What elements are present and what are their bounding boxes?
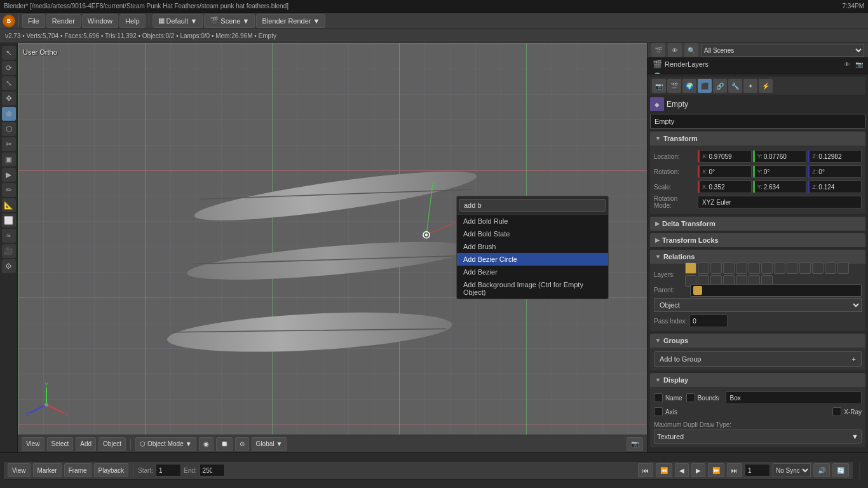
menu-item-brush[interactable]: Add Brush <box>457 240 608 253</box>
scale-x[interactable]: X: 0.352 <box>698 180 752 193</box>
play-next-btn[interactable]: ⏩ <box>708 463 724 477</box>
xray-checkbox[interactable]: X-Ray <box>832 407 862 416</box>
pivot-btn[interactable]: ◉ <box>199 437 214 451</box>
play-prev-btn[interactable]: ⏪ <box>656 463 672 477</box>
sync-mode-select[interactable]: No Sync <box>773 463 811 477</box>
menu-item-background-image[interactable]: Add Background Image (Ctrl for Empty Obj… <box>457 278 608 299</box>
location-z[interactable]: Z: 0.12982 <box>808 150 862 163</box>
transform-locks-header[interactable]: ▶ Transform Locks <box>650 233 865 247</box>
rotation-mode-field[interactable]: XYZ Euler <box>698 196 862 208</box>
tool-animation[interactable]: ▶ <box>2 168 16 182</box>
prop-btn-render[interactable]: 📷 <box>652 79 666 93</box>
renderlayers-render[interactable]: 📷 <box>855 61 863 68</box>
tool-loop[interactable]: ▣ <box>2 152 16 166</box>
outliner-item-renderlayers[interactable]: 🎬 RenderLayers 👁 📷 <box>648 58 868 71</box>
menu-help[interactable]: Help <box>119 14 146 28</box>
search-input[interactable] <box>459 199 606 212</box>
prop-btn-modifiers[interactable]: 🔧 <box>728 79 742 93</box>
blender-logo[interactable]: B <box>3 15 15 27</box>
add-to-group-button[interactable]: Add to Group + <box>654 351 862 367</box>
tool-extrude[interactable]: ⬡ <box>2 122 16 136</box>
bounds-checkbox[interactable]: Bounds <box>686 393 719 402</box>
tool-transform[interactable]: ✥ <box>2 92 16 105</box>
render-btn[interactable]: 📷 <box>627 437 643 451</box>
rotation-y[interactable]: Y: 0° <box>753 165 807 178</box>
parent-type-select[interactable]: Object <box>654 298 862 312</box>
tool-cloth[interactable]: ≈ <box>2 229 16 243</box>
timeline-ruler[interactable]: -40 -20 0 40 80 120 160 200 240 <box>859 462 860 480</box>
viewport-add-btn[interactable]: Add <box>76 437 96 451</box>
parent-box[interactable] <box>690 284 862 297</box>
object-name-input[interactable] <box>650 114 865 129</box>
display-header[interactable]: ▼ Display <box>650 373 865 387</box>
tl-view-btn[interactable]: View <box>8 463 31 477</box>
layer-3[interactable] <box>710 262 722 274</box>
layout-selector[interactable]: ▦ Default ▼ <box>153 14 203 28</box>
scale-y[interactable]: Y: 2.634 <box>753 180 807 193</box>
layer-2[interactable] <box>698 262 709 274</box>
proportional-btn[interactable]: ⊙ <box>235 437 249 451</box>
play-btn[interactable]: ▶ <box>691 463 705 477</box>
layer-10[interactable] <box>799 262 811 274</box>
tl-frame-btn[interactable]: Frame <box>64 463 92 477</box>
layer-5[interactable] <box>736 262 747 274</box>
menu-file[interactable]: File <box>22 14 45 28</box>
tool-misc[interactable]: ⚙ <box>2 259 16 273</box>
layer-4[interactable] <box>723 262 735 274</box>
viewport-select-btn[interactable]: Select <box>47 437 74 451</box>
tool-measure[interactable]: 📐 <box>2 198 16 212</box>
end-frame-input[interactable] <box>200 464 225 477</box>
menu-item-bold-rule[interactable]: Add Bold Rule <box>457 215 608 227</box>
renderlayers-visibility[interactable]: 👁 <box>844 61 850 68</box>
prop-btn-scene[interactable]: 🎬 <box>667 79 681 93</box>
scene-selector[interactable]: 🎬 Scene ▼ <box>204 14 255 28</box>
layer-6[interactable] <box>749 262 760 274</box>
transform-space-btn[interactable]: Global ▼ <box>252 437 287 451</box>
play-rev-btn[interactable]: ◀ <box>675 463 689 477</box>
outliner-scope-select[interactable]: All Scenes <box>701 44 864 57</box>
viewport[interactable]: Add Bold Rule Add Bold State Add Brush A… <box>18 43 647 452</box>
layer-9[interactable] <box>787 262 798 274</box>
panel-btn-scene[interactable]: 🎬 <box>651 43 665 57</box>
bounds-type-field[interactable]: Box <box>726 391 862 404</box>
tool-rotate[interactable]: ⟳ <box>2 61 16 75</box>
location-y[interactable]: Y: 0.07760 <box>753 150 807 163</box>
layer-7[interactable] <box>761 262 773 274</box>
prop-btn-object[interactable]: ⬛ <box>698 79 712 93</box>
viewport-object-btn[interactable]: Object <box>98 437 126 451</box>
object-mode-btn[interactable]: ⬡ Object Mode ▼ <box>135 437 196 451</box>
name-checkbox[interactable]: Name <box>654 393 682 402</box>
menu-window[interactable]: Window <box>82 14 118 28</box>
tool-rigidbody[interactable]: ⬜ <box>2 214 16 227</box>
render-engine[interactable]: Blender Render ▼ <box>256 14 325 28</box>
layer-12[interactable] <box>825 262 836 274</box>
panel-btn-view[interactable]: 👁 <box>668 43 682 57</box>
breadcrumb-object-icon[interactable]: ◆ <box>650 97 664 111</box>
viewport-view-btn[interactable]: View <box>22 437 44 451</box>
play-end-btn[interactable]: ⏭ <box>727 463 742 477</box>
panel-btn-search[interactable]: 🔍 <box>684 43 698 57</box>
menu-item-bezier-circle[interactable]: Add Bezier Circle <box>457 253 608 266</box>
dupli-select[interactable]: Textured ▼ <box>654 430 862 444</box>
scale-z[interactable]: Z: 0.124 <box>808 180 862 193</box>
tl-marker-btn[interactable]: Marker <box>33 463 62 477</box>
audio-btn[interactable]: 🔊 <box>813 463 830 477</box>
transform-header[interactable]: ▼ Transform <box>650 132 865 146</box>
layer-1[interactable] <box>685 262 696 274</box>
tool-grease[interactable]: ✏ <box>2 183 16 197</box>
prop-btn-constraints[interactable]: 🔗 <box>713 79 727 93</box>
groups-header[interactable]: ▼ Groups <box>650 334 865 348</box>
layer-8[interactable] <box>774 262 785 274</box>
snap-btn[interactable]: 🔲 <box>216 437 233 451</box>
menu-render[interactable]: Render <box>46 14 81 28</box>
layer-11[interactable] <box>812 262 824 274</box>
menu-item-bold-state[interactable]: Add Bold State <box>457 227 608 240</box>
prop-btn-particles[interactable]: ✦ <box>743 79 757 93</box>
delta-transform-header[interactable]: ▶ Delta Transform <box>650 217 865 231</box>
tool-knife[interactable]: ✂ <box>2 137 16 151</box>
current-frame-input[interactable] <box>745 464 770 477</box>
pass-index-input[interactable] <box>689 315 728 327</box>
prop-btn-world[interactable]: 🌍 <box>682 79 696 93</box>
relations-header[interactable]: ▼ Relations <box>650 250 865 264</box>
tool-grab[interactable]: ⊕ <box>2 107 16 121</box>
